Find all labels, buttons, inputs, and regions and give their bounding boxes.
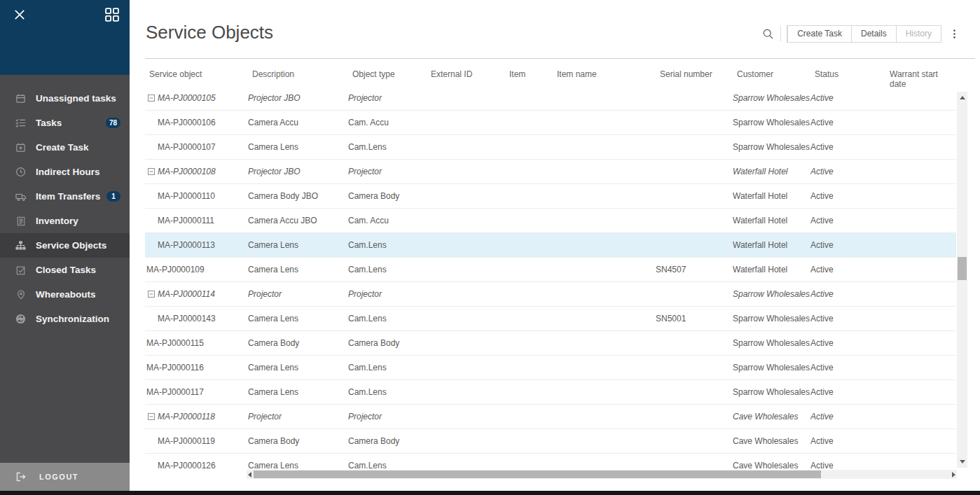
sidebar: Unassigned tasks Tasks 78 Create Task In… [0,0,130,491]
sidebar-item[interactable]: Closed Tasks [0,258,130,282]
header-button[interactable]: Details [851,26,896,42]
service-object-id: MA-PJ0000110 [158,191,215,201]
object-type-cell: Cam. Accu [348,118,427,127]
table-row[interactable]: MA-PJ0000108 Projector JBO Projector Wat… [145,160,956,184]
service-object-id: MA-PJ0000115 [146,338,204,348]
header-button[interactable]: History [896,26,941,42]
divider [780,26,781,41]
column-header[interactable]: Service object [149,69,252,89]
column-header[interactable]: Customer [737,69,815,89]
object-type-cell: Cam.Lens [348,363,427,372]
status-cell: Active [810,289,885,299]
collapse-icon[interactable] [148,413,155,420]
table-row[interactable]: MA-PJ0000107 Camera Lens Cam.Lens Sparro… [145,135,956,160]
description-cell: Camera Lens [248,314,348,323]
logout-button[interactable]: LOGOUT [0,463,130,491]
sidebar-item[interactable]: Item Transfers 1 [0,184,130,209]
object-type-cell: Cam.Lens [348,314,427,323]
scroll-right-icon[interactable] [952,472,955,477]
table-header-row: Service object Description Object type E… [145,69,956,89]
status-cell: Active [810,412,885,421]
table-row[interactable]: MA-PJ0000109 Camera Lens Cam.Lens SN4507… [145,258,956,282]
collapse-icon[interactable] [148,168,155,175]
sidebar-item[interactable]: Unassigned tasks [0,86,130,111]
count-badge: 78 [106,118,120,128]
table-row[interactable]: MA-PJ0000110 Camera Body JBO Camera Body… [145,184,956,209]
sidebar-item[interactable]: Service Objects [0,233,130,258]
description-cell: Projector [248,289,348,299]
column-header[interactable]: Item [509,69,557,89]
kebab-menu-icon[interactable] [946,25,962,42]
scroll-left-icon[interactable] [248,472,251,477]
vertical-scrollbar[interactable] [957,92,967,468]
table-row[interactable]: MA-PJ0000143 Camera Lens Cam.Lens SN5001… [145,307,956,331]
column-header[interactable]: Item name [557,69,660,89]
sidebar-item[interactable]: Tasks 78 [0,111,130,135]
status-cell: Active [810,265,885,274]
bottom-bar [0,491,980,495]
description-cell: Camera Lens [248,461,348,470]
customer-cell: Sparrow Wholesales [733,314,810,323]
sidebar-item[interactable]: Indirect Hours [0,160,130,184]
table-row[interactable]: MA-PJ0000118 Projector Projector Cave Wh… [145,405,956,429]
column-header[interactable]: External ID [431,69,509,89]
column-header[interactable]: Description [252,69,352,89]
service-object-id: MA-PJ0000143 [158,314,216,323]
vertical-scrollbar-thumb[interactable] [958,257,967,280]
scroll-down-icon[interactable] [960,460,965,463]
app-grid-icon[interactable] [105,8,119,22]
service-object-id: MA-PJ0000119 [158,436,215,446]
x-close-icon[interactable] [13,8,27,22]
service-object-id: MA-PJ0000118 [158,412,215,421]
status-cell: Active [810,363,885,372]
table-row[interactable]: MA-PJ0000111 Camera Accu JBO Cam. Accu W… [145,209,956,233]
status-cell: Active [810,461,885,470]
collapse-icon[interactable] [148,95,155,102]
customer-cell: Waterfall Hotel [733,167,810,176]
serial-number-cell: SN4507 [656,265,733,274]
table-row[interactable]: MA-PJ0000113 Camera Lens Cam.Lens Waterf… [145,233,956,258]
horizontal-scrollbar[interactable] [247,470,957,479]
table-row[interactable]: MA-PJ0000105 Projector JBO Projector Spa… [145,91,956,111]
collapse-icon[interactable] [148,291,155,298]
table-row[interactable]: MA-PJ0000106 Camera Accu Cam. Accu Sparr… [145,111,956,135]
truck-icon [15,190,27,202]
serial-number-cell: SN5001 [656,314,733,323]
description-cell: Camera Lens [248,387,348,397]
customer-cell: Sparrow Wholesales [733,289,810,299]
description-cell: Projector JBO [248,93,348,103]
status-cell: Active [810,240,885,250]
status-cell: Active [810,338,885,348]
header-button-group: Create Task Details History [787,25,941,43]
count-badge: 1 [106,191,120,202]
sidebar-item[interactable]: Inventory [0,209,130,233]
table-body: MA-PJ0000105 Projector JBO Projector Spa… [145,91,956,470]
service-object-id: MA-PJ0000126 [158,461,216,470]
column-header[interactable]: Status [815,69,890,89]
column-header[interactable]: Warrant start date [890,69,956,89]
customer-cell: Sparrow Wholesales [733,338,810,348]
horizontal-scrollbar-thumb[interactable] [254,470,821,478]
table-row[interactable]: MA-PJ0000126 Camera Lens Cam.Lens Cave W… [145,454,956,470]
header-button[interactable]: Create Task [787,26,851,42]
table-row[interactable]: MA-PJ0000114 Projector Projector Sparrow… [145,282,956,307]
column-header[interactable]: Serial number [660,69,737,89]
column-header[interactable]: Object type [352,69,431,89]
table-row[interactable]: MA-PJ0000115 Camera Body Camera Body Spa… [145,331,956,356]
search-icon[interactable] [759,25,776,42]
service-object-id: MA-PJ0000108 [158,167,216,176]
table-row[interactable]: MA-PJ0000119 Camera Body Camera Body Cav… [145,429,956,454]
object-type-cell: Projector [348,167,427,176]
sidebar-item[interactable]: Synchronization [0,307,130,331]
customer-cell: Waterfall Hotel [733,265,810,274]
table-row[interactable]: MA-PJ0000116 Camera Lens Cam.Lens Sparro… [145,356,956,380]
sidebar-item[interactable]: Whereabouts [0,282,130,307]
service-object-id: MA-PJ0000105 [158,93,216,103]
table-row[interactable]: MA-PJ0000117 Camera Lens Cam.Lens Sparro… [145,380,956,405]
sidebar-item[interactable]: Create Task [0,135,130,160]
scroll-up-icon[interactable] [960,96,965,99]
calendar-icon [15,92,27,104]
sidebar-header [0,0,130,75]
customer-cell: Sparrow Wholesales [733,93,810,103]
customer-cell: Sparrow Wholesales [733,118,810,127]
